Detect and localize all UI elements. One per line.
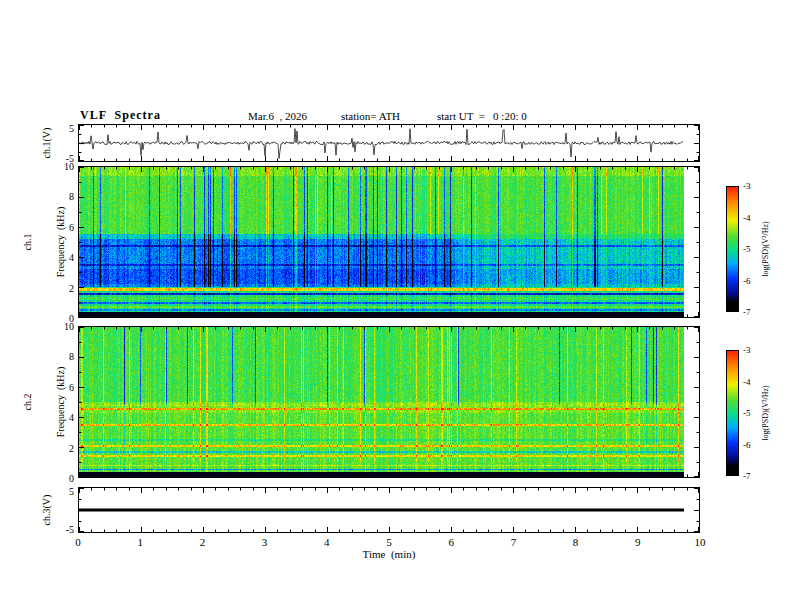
x-tick-label: 4 — [324, 536, 330, 548]
panel-ch2-spectrogram — [78, 326, 700, 478]
colorbar-tick-label: -5 — [743, 408, 751, 418]
ch1-frequency-axis-label: Frequency (kHz) — [55, 207, 66, 278]
y-tick-label: 4 — [52, 252, 74, 263]
y-tick-label: 8 — [52, 191, 74, 202]
colorbar-tick-label: -4 — [743, 213, 751, 223]
x-tick-label: 0 — [75, 536, 81, 548]
y-tick-label: 5 — [52, 486, 74, 497]
y-tick-label: 0 — [52, 473, 74, 484]
figure-start-ut: start UT = 0 :20: 0 — [437, 110, 527, 122]
colorbar-tick-label: -6 — [743, 440, 751, 450]
ch2-channel-label: ch.2 — [22, 367, 33, 438]
y-tick-label: 10 — [52, 321, 74, 332]
ch2-spectrogram-canvas — [79, 327, 699, 477]
colorbar-ch2 — [726, 350, 739, 476]
panel-ch1-waveform — [78, 124, 700, 162]
colorbar-ch1-label: log(PSD)(V²/Hz) — [761, 221, 770, 276]
colorbar-ch1 — [726, 186, 739, 312]
ch2-spectrogram-ylabel: ch.2 Frequency (kHz) — [0, 367, 88, 438]
colorbar-tick-label: -7 — [743, 307, 751, 317]
x-tick-label: 10 — [695, 536, 706, 548]
panel-ch3-waveform — [78, 487, 700, 533]
figure-date: Mar.6 , 2026 — [248, 110, 307, 122]
ch1-channel-label: ch.1 — [22, 207, 33, 278]
vlf-spectra-figure: VLF Spectra Mar.6 , 2026 station= ATH st… — [0, 0, 792, 612]
y-tick-label: -5 — [52, 153, 74, 164]
x-tick-label: 2 — [200, 536, 206, 548]
y-tick-label: 6 — [52, 381, 74, 392]
figure-title: VLF Spectra — [80, 108, 161, 123]
colorbar-tick-label: -5 — [743, 244, 751, 254]
colorbar-tick-label: -6 — [743, 276, 751, 286]
x-tick-label: 7 — [511, 536, 517, 548]
colorbar-tick-label: -4 — [743, 377, 751, 387]
colorbar-ch2-label: log(PSD)(V²/Hz) — [761, 385, 770, 440]
ch3-waveform-canvas — [79, 488, 699, 532]
colorbar-tick-label: -3 — [743, 345, 751, 355]
panel-ch1-spectrogram — [78, 166, 700, 318]
x-tick-label: 3 — [262, 536, 268, 548]
colorbar-tick-label: -7 — [743, 471, 751, 481]
ch1-spectrogram-canvas — [79, 167, 699, 317]
y-tick-label: 2 — [52, 282, 74, 293]
ch3-waveform-ylabel: ch.3(V) — [41, 495, 52, 526]
y-tick-label: 2 — [52, 442, 74, 453]
x-tick-label: 9 — [635, 536, 641, 548]
x-tick-label: 1 — [137, 536, 143, 548]
ch1-waveform-canvas — [79, 125, 699, 161]
colorbar-tick-label: -3 — [743, 181, 751, 191]
x-tick-label: 8 — [573, 536, 579, 548]
figure-station: station= ATH — [341, 110, 400, 122]
y-tick-label: 6 — [52, 221, 74, 232]
ch1-waveform-ylabel: ch.1(V) — [41, 128, 52, 159]
x-tick-label: 6 — [448, 536, 454, 548]
time-axis-label: Time (min) — [363, 548, 416, 560]
y-tick-label: 5 — [52, 123, 74, 134]
y-tick-label: 4 — [52, 412, 74, 423]
y-tick-label: -5 — [52, 524, 74, 535]
ch1-spectrogram-ylabel: ch.1 Frequency (kHz) — [0, 207, 88, 278]
x-tick-label: 5 — [386, 536, 392, 548]
y-tick-label: 8 — [52, 351, 74, 362]
ch2-frequency-axis-label: Frequency (kHz) — [55, 367, 66, 438]
